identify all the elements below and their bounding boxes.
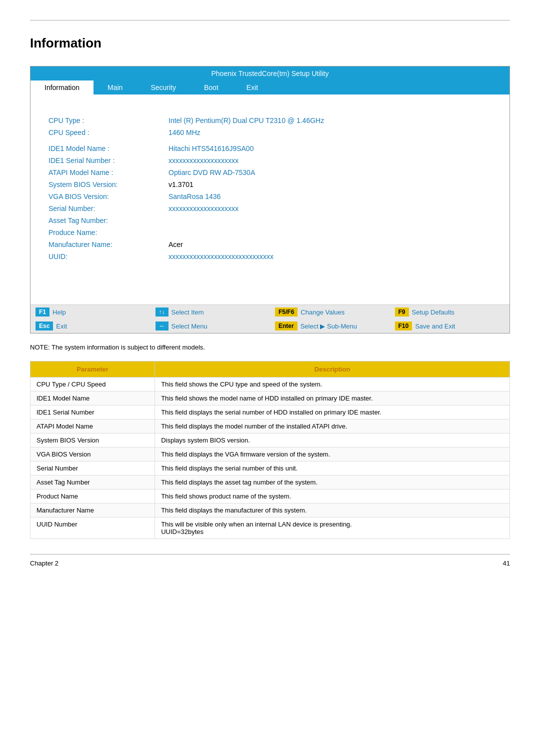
value-asset-tag	[166, 214, 494, 226]
bios-title-bar: Phoenix TrustedCore(tm) Setup Utility	[30, 66, 510, 80]
shortcut-f1: F1 Help	[30, 305, 150, 319]
key-f5f6: F5/F6	[275, 308, 298, 316]
desc-uuid: This will be visible only when an intern…	[155, 518, 510, 539]
note-text: NOTE: The system information is subject …	[30, 344, 510, 351]
nav-item-security[interactable]: Security	[136, 80, 190, 94]
top-rule	[30, 20, 510, 20]
table-row: ATAPI Model Name This field displays the…	[30, 420, 510, 434]
desc-product-name: This field shows product name of the sys…	[155, 490, 510, 504]
shortcut-esc: Esc Exit	[30, 319, 150, 333]
info-row-uuid: UUID: xxxxxxxxxxxxxxxxxxxxxxxxxxxxxx	[46, 250, 494, 262]
value-vga-bios: SantaRosa 1436	[166, 190, 494, 202]
info-row-produce: Produce Name:	[46, 226, 494, 238]
shortcut-row-2: Esc Exit ↔ Select Menu Enter Select ▶ Su…	[30, 319, 510, 333]
shortcut-row-1: F1 Help ↑↓ Select Item F5/F6 Change Valu…	[30, 305, 510, 319]
bottom-rule: Chapter 2 41	[30, 554, 510, 567]
table-row: Manufacturer Name This field displays th…	[30, 504, 510, 518]
param-manufacturer: Manufacturer Name	[30, 504, 155, 518]
value-uuid: xxxxxxxxxxxxxxxxxxxxxxxxxxxxxx	[166, 250, 494, 262]
bios-content: CPU Type : Intel (R) Pentium(R) Dual CPU…	[30, 94, 510, 304]
label-f1-help: Help	[52, 308, 66, 316]
info-row-ide1-model: IDE1 Model Name : Hitachi HTS541616J9SA0…	[46, 142, 494, 154]
param-ide1-model: IDE1 Model Name	[30, 392, 155, 406]
param-ide1-serial: IDE1 Serial Number	[30, 406, 155, 420]
label-select-menu: Select Menu	[172, 322, 208, 330]
table-row: System BIOS Version Displays system BIOS…	[30, 434, 510, 448]
table-row: UUID Number This will be visible only wh…	[30, 518, 510, 539]
shortcut-select-item: ↑↓ Select Item	[150, 305, 270, 319]
table-row: CPU Type / CPU Speed This field shows th…	[30, 378, 510, 392]
label-manufacturer: Manufacturer Name:	[46, 238, 166, 250]
info-row-atapi-model: ATAPI Model Name : Optiarc DVD RW AD-753…	[46, 166, 494, 178]
desc-manufacturer: This field displays the manufacturer of …	[155, 504, 510, 518]
key-f1: F1	[36, 308, 50, 316]
label-setup-defaults: Setup Defaults	[412, 308, 454, 316]
col-parameter: Parameter	[30, 362, 155, 378]
shortcut-select-menu: ↔ Select Menu	[150, 319, 270, 333]
shortcut-enter: Enter Select ▶ Sub-Menu	[270, 319, 390, 333]
info-row-cpu-type: CPU Type : Intel (R) Pentium(R) Dual CPU…	[46, 114, 494, 126]
desc-vga-bios: This field displays the VGA firmware ver…	[155, 448, 510, 462]
param-product-name: Product Name	[30, 490, 155, 504]
col-description: Description	[155, 362, 510, 378]
value-sys-bios: v1.3701	[166, 178, 494, 190]
value-atapi-model: Optiarc DVD RW AD-7530A	[166, 166, 494, 178]
desc-serial: This field displays the serial number of…	[155, 462, 510, 476]
info-row-sys-bios: System BIOS Version: v1.3701	[46, 178, 494, 190]
param-asset-tag: Asset Tag Number	[30, 476, 155, 490]
table-row: VGA BIOS Version This field displays the…	[30, 448, 510, 462]
bios-nav: Information Main Security Boot Exit	[30, 80, 510, 94]
shortcut-f5f6: F5/F6 Change Values	[270, 305, 390, 319]
table-row: IDE1 Model Name This field shows the mod…	[30, 392, 510, 406]
nav-item-boot[interactable]: Boot	[190, 80, 232, 94]
label-change-values: Change Values	[300, 308, 344, 316]
desc-cpu-speed: This field shows the CPU type and speed …	[155, 378, 510, 392]
label-esc-exit: Exit	[56, 322, 67, 330]
param-atapi-model: ATAPI Model Name	[30, 420, 155, 434]
info-row-serial: Serial Number: xxxxxxxxxxxxxxxxxxxx	[46, 202, 494, 214]
desc-sys-bios: Displays system BIOS version.	[155, 434, 510, 448]
desc-asset-tag: This field displays the asset tag number…	[155, 476, 510, 490]
key-enter: Enter	[275, 322, 298, 330]
nav-item-information[interactable]: Information	[30, 80, 94, 94]
label-asset-tag: Asset Tag Number:	[46, 214, 166, 226]
key-esc: Esc	[36, 322, 53, 330]
info-row-spacer2	[46, 138, 494, 142]
value-serial: xxxxxxxxxxxxxxxxxxxx	[166, 202, 494, 214]
desc-ide1-model: This field shows the model name of HDD i…	[155, 392, 510, 406]
desc-table-header: Parameter Description	[30, 362, 510, 378]
label-ide1-serial: IDE1 Serial Number :	[46, 154, 166, 166]
nav-item-main[interactable]: Main	[94, 80, 136, 94]
label-cpu-type: CPU Type :	[46, 114, 166, 126]
label-serial: Serial Number:	[46, 202, 166, 214]
key-f9: F9	[395, 308, 409, 316]
key-f10: F10	[395, 322, 412, 330]
info-row-cpu-speed: CPU Speed : 1460 MHz	[46, 126, 494, 138]
label-ide1-model: IDE1 Model Name :	[46, 142, 166, 154]
label-select-submenu: Select ▶ Sub-Menu	[300, 322, 357, 330]
page-title: Information	[30, 36, 510, 51]
page-container: Information Phoenix TrustedCore(tm) Setu…	[0, 0, 540, 756]
value-cpu-speed: 1460 MHz	[166, 126, 494, 138]
value-ide1-model: Hitachi HTS541616J9SA00	[166, 142, 494, 154]
label-atapi-model: ATAPI Model Name :	[46, 166, 166, 178]
chapter-label: Chapter 2	[30, 560, 58, 567]
nav-item-exit[interactable]: Exit	[232, 80, 272, 94]
shortcut-f9: F9 Setup Defaults	[390, 305, 510, 319]
label-produce: Produce Name:	[46, 226, 166, 238]
shortcut-f10: F10 Save and Exit	[390, 319, 510, 333]
info-row-asset-tag: Asset Tag Number:	[46, 214, 494, 226]
desc-table: Parameter Description CPU Type / CPU Spe…	[30, 361, 510, 539]
info-row-manufacturer: Manufacturer Name: Acer	[46, 238, 494, 250]
table-row: Serial Number This field displays the se…	[30, 462, 510, 476]
label-cpu-speed: CPU Speed :	[46, 126, 166, 138]
value-manufacturer: Acer	[166, 238, 494, 250]
desc-atapi-model: This field displays the model number of …	[155, 420, 510, 434]
bios-info-table: CPU Type : Intel (R) Pentium(R) Dual CPU…	[46, 110, 494, 262]
label-save-exit: Save and Exit	[415, 322, 455, 330]
value-ide1-serial: xxxxxxxxxxxxxxxxxxxx	[166, 154, 494, 166]
param-sys-bios: System BIOS Version	[30, 434, 155, 448]
key-lr-arrows: ↔	[156, 322, 168, 330]
value-cpu-type: Intel (R) Pentium(R) Dual CPU T2310 @ 1.…	[166, 114, 494, 126]
info-row-vga-bios: VGA BIOS Version: SantaRosa 1436	[46, 190, 494, 202]
